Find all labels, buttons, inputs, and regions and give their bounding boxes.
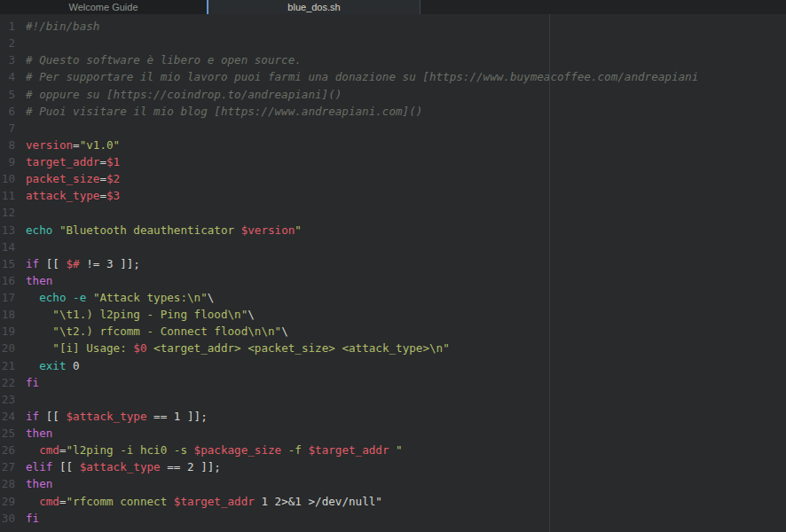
code-line: then [26, 475, 786, 492]
code-line: then [26, 425, 786, 442]
line-number: 27 [0, 458, 15, 475]
line-number: 21 [0, 357, 15, 374]
line-number: 26 [0, 442, 15, 458]
line-number: 22 [0, 374, 15, 391]
code-line: attack_type=$3 [26, 187, 786, 204]
code-line: "[i] Usage: $0 <target_addr> <packet_siz… [26, 340, 786, 356]
line-number: 3 [0, 51, 15, 68]
line-number: 5 [0, 86, 15, 103]
line-number: 1 [0, 18, 15, 35]
code-line: packet_size=$2 [26, 170, 786, 187]
line-number: 24 [0, 408, 15, 425]
code-line: # oppure su [https://coindrop.to/andreap… [26, 86, 786, 103]
code-line: elif [[ $attack_type == 2 ]]; [26, 458, 786, 475]
code-line: "\t2.) rfcomm - Connect flood\n\n"\ [26, 323, 786, 340]
tab-welcome-guide[interactable]: Welcome Guide [0, 0, 207, 14]
line-number: 15 [0, 255, 15, 272]
line-number: 2 [0, 35, 15, 51]
line-number: 25 [0, 425, 15, 442]
tab-bar: Welcome Guide blue_dos.sh [0, 0, 786, 14]
code-line: cmd="l2ping -i hci0 -s $package_size -f … [26, 442, 786, 458]
line-number: 9 [0, 153, 15, 170]
code-line: echo -e "Attack types:\n"\ [26, 289, 786, 306]
tab-bar-empty-space [421, 0, 786, 14]
code-line: fi [26, 374, 786, 391]
wrap-guide [549, 14, 550, 532]
line-number: 29 [0, 493, 15, 510]
code-line: then [26, 272, 786, 289]
code-line [26, 239, 786, 255]
line-number: 19 [0, 323, 15, 340]
line-number: 17 [0, 289, 15, 306]
line-number: 23 [0, 391, 15, 408]
code-line: # Questo software è libero e open source… [26, 51, 786, 68]
line-number: 4 [0, 68, 15, 85]
line-number: 10 [0, 170, 15, 187]
code-line: if [[ $attack_type == 1 ]]; [26, 408, 786, 425]
code-line [26, 120, 786, 137]
line-number: 8 [0, 137, 15, 153]
editor[interactable]: 1234567891011121314151617181920212223242… [0, 14, 786, 532]
gutter: 1234567891011121314151617181920212223242… [0, 18, 15, 532]
line-number: 7 [0, 120, 15, 137]
line-number: 6 [0, 103, 15, 120]
code-line: fi [26, 510, 786, 527]
line-number: 28 [0, 475, 15, 492]
code-line: echo "Bluetooth deauthenticator $version… [26, 222, 786, 239]
line-number: 12 [0, 204, 15, 221]
line-number: 20 [0, 340, 15, 356]
code-line: exit 0 [26, 357, 786, 374]
line-number: 30 [0, 510, 15, 527]
code-line [26, 204, 786, 221]
line-number: 11 [0, 187, 15, 204]
editor-lines[interactable]: #!/bin/bash# Questo software è libero e … [26, 18, 786, 532]
code-line: # Per supportare il mio lavoro puoi farm… [26, 68, 786, 85]
code-line: # Puoi visitare il mio blog [https://www… [26, 103, 786, 120]
tab-blue-dos-sh[interactable]: blue_dos.sh [207, 0, 421, 14]
line-number: 14 [0, 239, 15, 255]
code-line [26, 35, 786, 51]
code-line: "\t1.) l2ping - Ping flood\n"\ [26, 306, 786, 323]
code-line [26, 391, 786, 408]
code-line: cmd="rfcomm connect $target_addr 1 2>&1 … [26, 493, 786, 510]
code-line: target_addr=$1 [26, 153, 786, 170]
code-line: if [[ $# != 3 ]]; [26, 255, 786, 272]
code-line: version="v1.0" [26, 137, 786, 153]
line-number: 16 [0, 272, 15, 289]
line-number: 13 [0, 222, 15, 239]
code-line: #!/bin/bash [26, 18, 786, 35]
line-number: 18 [0, 306, 15, 323]
